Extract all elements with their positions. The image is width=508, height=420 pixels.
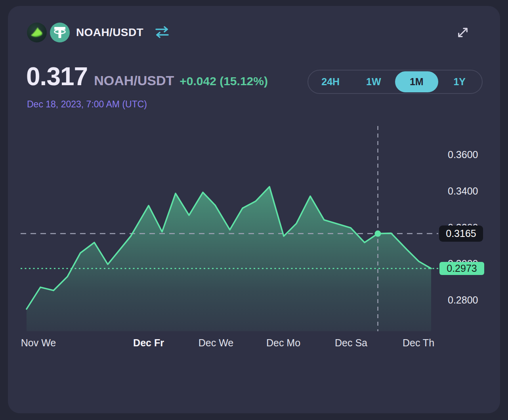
hovered-timestamp: Dec 18, 2023, 7:00 AM (UTC) xyxy=(27,99,147,110)
crosshair-price-badge: 0.3165 xyxy=(439,225,483,242)
swap-arrows-icon xyxy=(155,26,170,39)
price-chart[interactable] xyxy=(21,123,436,332)
tether-coin-icon xyxy=(50,23,70,42)
x-axis-label: Dec Th xyxy=(391,337,446,349)
y-axis-label: 0.2800 xyxy=(448,294,478,305)
range-1y-button[interactable]: 1Y xyxy=(438,71,481,92)
x-axis-label: Dec Fr xyxy=(121,337,176,349)
pair-label: NOAH/USDT xyxy=(94,73,174,88)
expand-chart-button[interactable] xyxy=(455,25,471,42)
x-axis-label: Nov We xyxy=(11,337,66,349)
x-axis-label: Dec Mo xyxy=(256,337,311,349)
page-background: NOAH/USDT 0.317 NOAH/USDT +0.042 (15.12%… xyxy=(0,0,508,420)
range-selector: 24H 1W 1M 1Y xyxy=(307,70,483,94)
range-1w-button[interactable]: 1W xyxy=(352,71,395,92)
y-axis-label: 0.3400 xyxy=(448,185,478,197)
range-24h-button[interactable]: 24H xyxy=(309,71,352,92)
y-axis-label: 0.3600 xyxy=(448,149,478,160)
last-price-badge: 0.2973 xyxy=(439,262,484,275)
hovered-price: 0.317 xyxy=(26,62,88,91)
pair-title: NOAH/USDT xyxy=(76,26,143,39)
price-block: 0.317 NOAH/USDT +0.042 (15.12%) xyxy=(26,62,268,91)
noah-coin-icon xyxy=(27,23,47,42)
swap-pair-button[interactable] xyxy=(153,25,171,41)
x-axis-label: Dec Sa xyxy=(323,337,379,349)
header: NOAH/USDT xyxy=(27,23,171,42)
price-change: +0.042 (15.12%) xyxy=(180,74,268,88)
expand-diagonal-icon xyxy=(456,34,469,40)
x-axis-label: Dec We xyxy=(188,337,244,349)
range-1m-button[interactable]: 1M xyxy=(395,71,438,92)
